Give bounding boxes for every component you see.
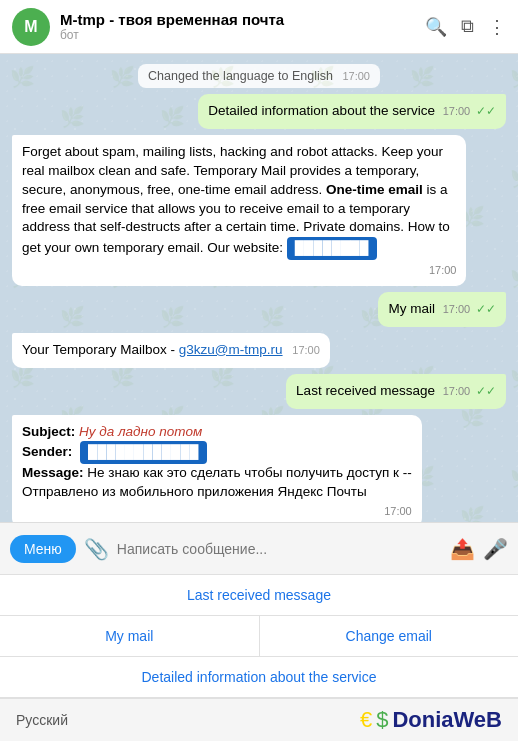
system-bubble: Changed the language to English 17:00 [138, 64, 380, 88]
quick-last-received[interactable]: Last received message [0, 575, 518, 615]
quick-detailed-info[interactable]: Detailed information about the service [0, 657, 518, 697]
message-row: Forget about spam, mailing lists, hackin… [12, 135, 506, 286]
message-row: My mail 17:00 ✓✓ [12, 292, 506, 327]
sender-link[interactable]: ████████████ [80, 441, 207, 463]
more-icon[interactable]: ⋮ [488, 16, 506, 38]
read-ticks: ✓✓ [476, 104, 496, 118]
one-time-email-bold: One-time email [326, 182, 423, 197]
search-icon[interactable]: 🔍 [425, 16, 447, 38]
message-row: Last received message 17:00 ✓✓ [12, 374, 506, 409]
info-bubble: Forget about spam, mailing lists, hackin… [12, 135, 466, 286]
sender-line: Sender: ████████████ [22, 441, 412, 463]
language-label[interactable]: Русский [16, 712, 68, 728]
message-input[interactable] [117, 541, 442, 557]
read-ticks: ✓✓ [476, 384, 496, 398]
quick-row-2: My mail Change email [0, 616, 518, 657]
quick-replies: Last received message My mail Change ema… [0, 574, 518, 698]
avatar: M [12, 8, 50, 46]
menu-button[interactable]: Меню [10, 535, 76, 563]
send-icon[interactable]: 📤 [450, 537, 475, 561]
input-area: Меню 📎 📤 🎤 [0, 522, 518, 574]
mailbox-bubble: Your Temporary Mailbox - g3kzu@m-tmp.ru … [12, 333, 330, 368]
email-detail-bubble: Subject: Ну да ладно потом Sender: █████… [12, 415, 422, 522]
chat-subtitle: бот [60, 28, 425, 42]
message-line: Message: Не знаю как это сделать чтобы п… [22, 464, 412, 483]
message-row: Your Temporary Mailbox - g3kzu@m-tmp.ru … [12, 333, 506, 368]
chat-title: M-tmp - твоя временная почта [60, 11, 425, 28]
bubble-right: My mail 17:00 ✓✓ [378, 292, 506, 327]
header-info: M-tmp - твоя временная почта бот [60, 11, 425, 42]
bubble-right: Detailed information about the service 1… [198, 94, 506, 129]
bubble-right: Last received message 17:00 ✓✓ [286, 374, 506, 409]
chat-area: Changed the language to English 17:00 De… [0, 54, 518, 522]
quick-change-email[interactable]: Change email [260, 616, 519, 656]
watermark-logo: € $ DoniaWeB [360, 707, 502, 733]
website-link[interactable]: ████████ [287, 237, 377, 259]
system-message: Changed the language to English 17:00 [12, 64, 506, 88]
dollar-icon: $ [376, 707, 388, 733]
subject-line: Subject: Ну да ладно потом [22, 423, 412, 442]
euro-icon: € [360, 707, 372, 733]
header-actions: 🔍 ⧉ ⋮ [425, 16, 506, 38]
watermark-row: Русский € $ DoniaWeB [0, 698, 518, 741]
message-row: Subject: Ну да ладно потом Sender: █████… [12, 415, 506, 522]
quick-my-mail[interactable]: My mail [0, 616, 260, 656]
windows-icon[interactable]: ⧉ [461, 16, 474, 37]
message-line2: Отправлено из мобильного приложения Янде… [22, 483, 412, 502]
brand-name: DoniaWeB [392, 707, 502, 733]
attach-icon[interactable]: 📎 [84, 537, 109, 561]
mic-icon[interactable]: 🎤 [483, 537, 508, 561]
message-row: Detailed information about the service 1… [12, 94, 506, 129]
quick-row-1: Last received message [0, 575, 518, 616]
chat-header: M M-tmp - твоя временная почта бот 🔍 ⧉ ⋮ [0, 0, 518, 54]
quick-row-3: Detailed information about the service [0, 657, 518, 698]
read-ticks: ✓✓ [476, 302, 496, 316]
email-link[interactable]: g3kzu@m-tmp.ru [179, 342, 283, 357]
